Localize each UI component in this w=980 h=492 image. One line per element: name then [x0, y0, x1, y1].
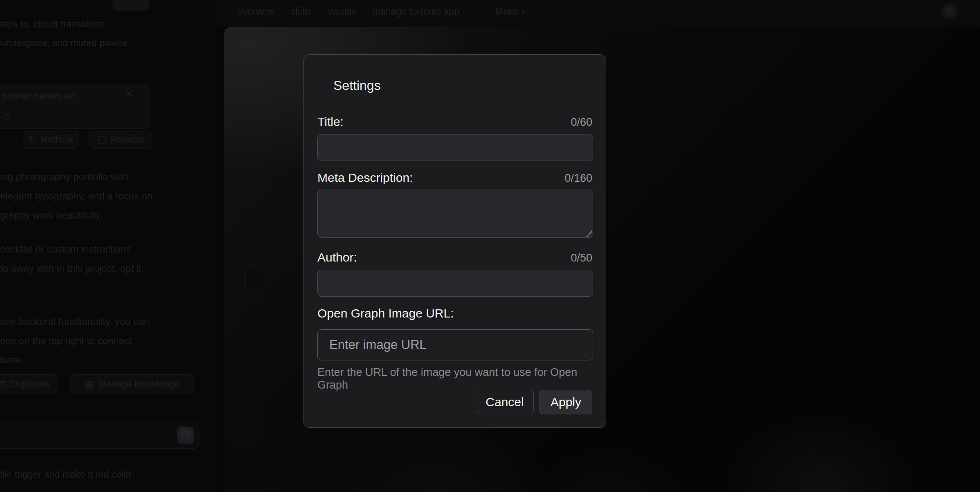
author-label: Author:: [317, 250, 357, 264]
app-window: taps to, circuit transitions whitespace,…: [0, 0, 980, 492]
meta-description-label: Meta Description:: [317, 171, 413, 185]
meta-description-field-row: Meta Description: 0/160: [317, 171, 592, 185]
modal-divider: [317, 99, 592, 99]
settings-modal: Settings Title: 0/60 Meta Description: 0…: [303, 54, 606, 428]
author-field-row: Author: 0/50: [317, 250, 592, 264]
og-image-helper-text: Enter the URL of the image you want to u…: [317, 366, 606, 391]
og-image-field-row: Open Graph Image URL:: [317, 306, 592, 320]
meta-description-counter: 0/160: [564, 172, 592, 185]
og-image-url-input[interactable]: [317, 329, 593, 360]
meta-description-textarea[interactable]: [317, 189, 593, 238]
title-field-row: Title: 0/60: [317, 115, 592, 129]
modal-button-row: Cancel Apply: [476, 390, 592, 414]
title-input[interactable]: [317, 134, 593, 161]
og-image-label: Open Graph Image URL:: [317, 306, 454, 320]
author-input[interactable]: [317, 270, 593, 297]
title-label: Title:: [317, 115, 344, 129]
cancel-button[interactable]: Cancel: [476, 390, 534, 414]
title-counter: 0/60: [571, 116, 592, 129]
author-counter: 0/50: [571, 252, 592, 264]
apply-button[interactable]: Apply: [539, 390, 592, 414]
modal-title: Settings: [333, 78, 381, 93]
